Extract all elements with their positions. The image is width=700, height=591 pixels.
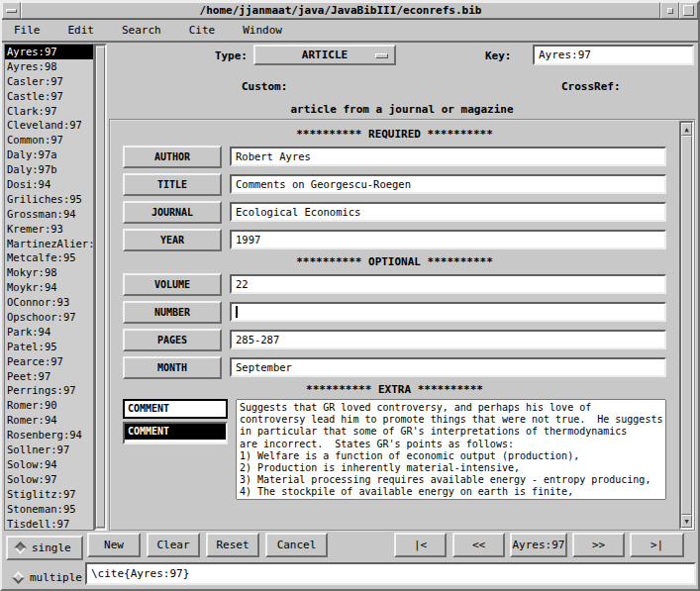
author-field[interactable] [230, 147, 666, 166]
scroll-up-icon[interactable]: ▲ [681, 123, 692, 136]
scrollbar-thumb[interactable] [681, 136, 692, 515]
menu-cite[interactable]: Cite [187, 20, 218, 41]
scrollbar-thumb[interactable] [96, 47, 105, 528]
reference-list-item[interactable]: Stoneman:95 [5, 502, 93, 517]
extra-field-selector[interactable]: COMMENT [123, 399, 228, 419]
reference-list-item[interactable]: Romer:94 [5, 413, 93, 428]
reference-list-item[interactable]: Kremer:93 [5, 222, 93, 237]
volume-field[interactable] [230, 274, 666, 294]
entry-type-menu[interactable]: ARTICLE [253, 45, 396, 65]
extra-field-list[interactable]: COMMENT [123, 422, 228, 444]
pages-field[interactable] [230, 330, 666, 349]
reference-list-item[interactable]: Perrings:97 [5, 383, 93, 398]
menu-search[interactable]: Search [120, 20, 163, 41]
reference-list-item[interactable]: Romer:90 [5, 398, 93, 413]
cancel-button[interactable]: Cancel [265, 533, 328, 557]
reference-list-item[interactable]: Cleveland:97 [5, 118, 93, 133]
menu-bar: File Edit Search Cite Window [2, 20, 698, 43]
reference-list-item[interactable]: Daly:97a [5, 148, 93, 162]
journal-field[interactable] [230, 202, 666, 222]
titlebar: /home/jjanmaat/java/JavaBibIII/econrefs.… [2, 2, 698, 20]
title-field[interactable] [230, 174, 666, 194]
key-label: Key: [485, 49, 512, 62]
year-label: YEAR [123, 229, 222, 251]
required-section-header: ********** REQUIRED ********** [115, 128, 674, 141]
reference-list-item[interactable]: Solow:94 [5, 457, 93, 472]
title-label: TITLE [123, 173, 222, 196]
radio-diamond-icon [14, 542, 27, 554]
menu-edit[interactable]: Edit [66, 20, 97, 41]
reset-button[interactable]: Reset [206, 533, 259, 557]
reference-list-item[interactable]: Casler:97 [5, 74, 93, 89]
reference-list[interactable]: Ayres:97Ayres:98Casler:97Castle:97Clark:… [4, 44, 94, 531]
reference-list-item[interactable]: Park:94 [5, 325, 93, 340]
single-mode-label: single [32, 542, 71, 554]
entry-form-panel: ▲ ▼ ********** REQUIRED ********** AUTHO… [109, 119, 696, 532]
title-row: TITLE [123, 172, 666, 196]
nav-prev-button[interactable]: << [452, 533, 505, 557]
nav-next-button[interactable]: >> [572, 533, 625, 557]
month-field[interactable] [230, 357, 666, 377]
app-window: /home/jjanmaat/java/JavaBibIII/econrefs.… [0, 0, 700, 591]
minimize-icon [667, 8, 673, 14]
menu-file[interactable]: File [12, 20, 43, 41]
window-menu-button[interactable] [2, 2, 21, 19]
month-label: MONTH [123, 356, 222, 379]
extra-field-list-item[interactable]: COMMENT [125, 424, 226, 440]
nav-last-button[interactable]: >| [630, 533, 684, 557]
reference-list-item[interactable]: Clark:97 [5, 104, 93, 119]
reference-list-item[interactable]: Peet:97 [5, 369, 93, 384]
form-scrollbar[interactable]: ▲ ▼ [679, 121, 694, 530]
single-mode-toggle[interactable]: single [6, 536, 83, 560]
reference-list-item[interactable]: Metcalfe:95 [5, 250, 93, 265]
reference-list-item[interactable]: Griliches:95 [5, 192, 93, 207]
option-menu-indicator-icon [375, 53, 388, 58]
reference-list-item[interactable]: MartinezAlier:9 [5, 237, 93, 251]
reference-list-item[interactable]: Daly:97b [5, 162, 93, 177]
reference-list-scrollbar[interactable] [94, 44, 107, 531]
minimize-button[interactable] [660, 2, 679, 19]
multiple-mode-toggle[interactable]: multiple [6, 565, 83, 590]
reference-list-item[interactable]: Opschoor:97 [5, 310, 93, 325]
type-label: Type: [180, 49, 248, 62]
extra-field-chooser: COMMENT COMMENT [123, 399, 228, 444]
reference-list-item[interactable]: OConnor:93 [5, 295, 93, 310]
number-row: NUMBER [123, 300, 666, 324]
custom-label: Custom: [242, 80, 287, 93]
reference-list-item[interactable]: Moykr:94 [5, 280, 93, 295]
comment-textarea[interactable]: Suggests that GR loved controversy, and … [236, 399, 666, 500]
year-field[interactable] [230, 230, 666, 249]
month-row: MONTH [123, 355, 666, 379]
reference-list-item[interactable]: Grossman:94 [5, 207, 93, 222]
extra-section-header: ********** EXTRA ********** [115, 383, 674, 396]
reference-list-item[interactable]: Mokyr:98 [5, 265, 93, 280]
entry-type-value: ARTICLE [302, 49, 348, 61]
scroll-down-icon[interactable]: ▼ [681, 515, 692, 528]
maximize-button[interactable] [679, 2, 698, 19]
nav-current-button[interactable]: Ayres:97 [510, 533, 567, 557]
key-field[interactable] [533, 45, 694, 65]
pages-row: PAGES [123, 328, 666, 351]
author-label: AUTHOR [123, 146, 222, 168]
reference-list-item[interactable]: Ayres:98 [5, 59, 93, 74]
reference-list-item[interactable]: Stiglitz:97 [5, 487, 93, 502]
new-button[interactable]: New [87, 533, 141, 557]
reference-list-item[interactable]: Pearce:97 [5, 354, 93, 369]
reference-list-item[interactable]: Solow:97 [5, 472, 93, 487]
cite-command-field[interactable] [85, 562, 696, 585]
reference-list-item[interactable]: Sollner:97 [5, 443, 93, 457]
reference-list-item[interactable]: Common:97 [5, 133, 93, 148]
reference-list-item[interactable]: Tisdell:97 [5, 517, 93, 532]
multiple-mode-label: multiple [30, 571, 82, 584]
reference-list-item[interactable]: Dosi:94 [5, 177, 93, 192]
clear-button[interactable]: Clear [147, 533, 200, 557]
reference-list-item[interactable]: Rosenberg:94 [5, 428, 93, 443]
reference-list-item[interactable]: Castle:97 [5, 89, 93, 104]
reference-list-item[interactable]: Patel:95 [5, 340, 93, 354]
number-field[interactable] [230, 302, 666, 322]
menu-window[interactable]: Window [241, 20, 284, 41]
author-row: AUTHOR [123, 145, 666, 168]
reference-list-item[interactable]: Ayres:97 [5, 45, 93, 59]
nav-first-button[interactable]: |< [394, 533, 447, 557]
volume-row: VOLUME [123, 272, 666, 296]
